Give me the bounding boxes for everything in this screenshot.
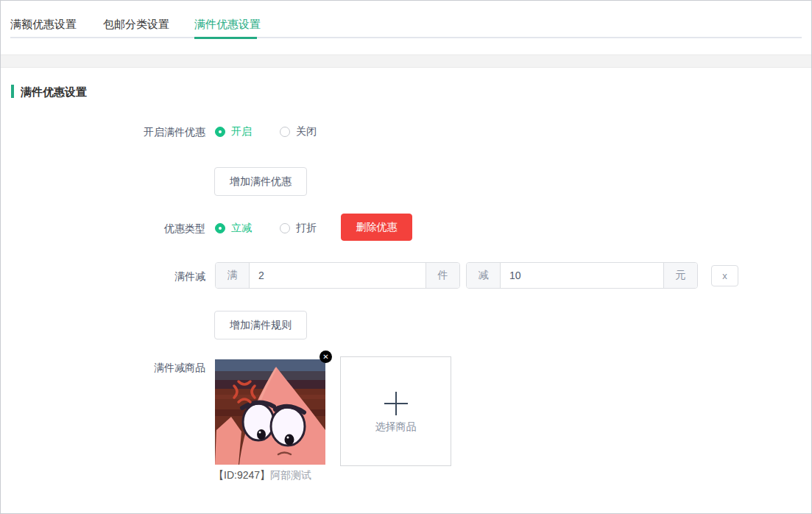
select-product-button[interactable]: 选择商品 (340, 356, 451, 466)
product-id: 【ID:9247】 (213, 469, 270, 481)
amount-input[interactable] (501, 263, 663, 288)
radio-reduce-label: 立减 (231, 222, 252, 235)
amount-prefix: 减 (467, 263, 501, 288)
product-name: 阿部测试 (270, 469, 311, 481)
tab-free-shipping-category[interactable]: 包邮分类设置 (103, 18, 169, 32)
remove-rule-button[interactable]: x (711, 265, 738, 286)
radio-on-icon (215, 127, 225, 137)
radio-reduce-icon (215, 223, 225, 233)
plus-icon (382, 390, 410, 418)
tab-track (10, 37, 802, 38)
qty-input[interactable] (250, 263, 426, 288)
qty-suffix: 件 (426, 263, 459, 288)
qty-input-group: 满 件 (215, 262, 460, 289)
radio-type-reduce[interactable]: 立减 (215, 222, 252, 235)
enable-discount-label: 开启满件优惠 (1, 126, 205, 139)
tab-bar: 满额优惠设置 包邮分类设置 满件优惠设置 (1, 1, 811, 54)
tab-full-piece-discount[interactable]: 满件优惠设置 (194, 18, 261, 32)
radio-enable-on[interactable]: 开启 (215, 125, 252, 138)
add-rule-button[interactable]: 增加满件规则 (214, 311, 307, 339)
product-caption: 【ID:9247】阿部测试 (213, 469, 339, 482)
discount-type-radio-group: 立减 打折 (215, 222, 317, 235)
radio-on-label: 开启 (231, 125, 252, 138)
radio-type-discount[interactable]: 打折 (280, 222, 317, 235)
active-tab-underline (194, 37, 257, 39)
delete-discount-button[interactable]: 删除优惠 (341, 214, 412, 241)
tab-full-amount-discount[interactable]: 满额优惠设置 (10, 18, 77, 32)
products-label: 满件减商品 (1, 362, 205, 375)
product-image (215, 359, 325, 465)
remove-product-icon[interactable]: ✕ (319, 351, 332, 363)
radio-enable-off[interactable]: 关闭 (280, 125, 317, 138)
enable-discount-radio-group: 开启 关闭 (215, 125, 317, 138)
discount-settings-page: 满额优惠设置 包邮分类设置 满件优惠设置 满件优惠设置 开启满件优惠 开启 关闭… (0, 0, 812, 514)
section-divider (1, 54, 811, 68)
select-product-label: 选择商品 (375, 420, 417, 434)
add-discount-button[interactable]: 增加满件优惠 (214, 167, 307, 196)
radio-off-label: 关闭 (296, 125, 317, 138)
section-accent-bar (11, 85, 14, 98)
discount-type-label: 优惠类型 (1, 222, 205, 236)
section-title: 满件优惠设置 (21, 85, 87, 99)
radio-off-icon (280, 127, 290, 137)
qty-prefix: 满 (216, 263, 250, 288)
rule-label: 满件减 (1, 270, 205, 284)
amount-input-group: 减 元 (466, 262, 698, 289)
radio-discount-label: 打折 (296, 222, 317, 235)
radio-discount-icon (280, 223, 290, 233)
amount-suffix: 元 (663, 263, 697, 288)
